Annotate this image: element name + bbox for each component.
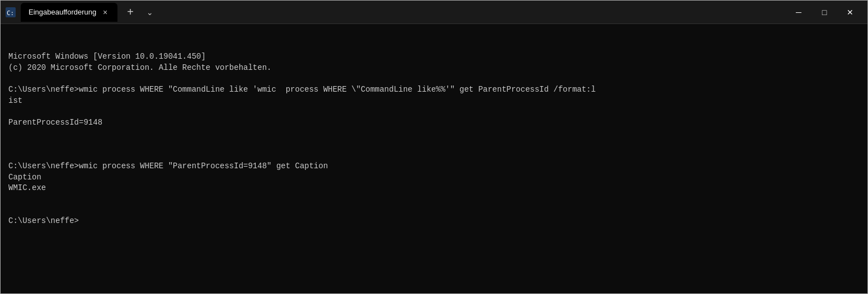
cmd-icon: C: xyxy=(5,7,16,18)
title-bar-left: C: Eingabeaufforderung × + ⌄ xyxy=(5,3,786,22)
terminal-line: C:\Users\neffe> xyxy=(8,216,860,227)
new-tab-button[interactable]: + xyxy=(122,4,139,21)
terminal-output[interactable]: Microsoft Windows [Version 10.0.19041.45… xyxy=(1,24,867,293)
tab-dropdown-button[interactable]: ⌄ xyxy=(143,6,157,19)
terminal-line: Microsoft Windows [Version 10.0.19041.45… xyxy=(8,51,860,63)
close-button[interactable]: ✕ xyxy=(837,1,863,24)
maximize-button[interactable]: □ xyxy=(812,1,837,24)
cmd-window: C: Eingabeaufforderung × + ⌄ ─ □ ✕ Micro… xyxy=(0,0,868,294)
minimize-button[interactable]: ─ xyxy=(786,1,812,24)
terminal-line: ParentProcessId=9148 xyxy=(8,117,860,129)
tab-label: Eingabeaufforderung xyxy=(29,8,96,16)
terminal-line: (c) 2020 Microsoft Corporation. Alle Rec… xyxy=(8,63,860,74)
window-controls: ─ □ ✕ xyxy=(786,1,863,24)
terminal-line: WMIC.exe xyxy=(8,183,860,194)
svg-text:C:: C: xyxy=(7,10,14,17)
terminal-line: ist xyxy=(8,96,860,107)
title-bar: C: Eingabeaufforderung × + ⌄ ─ □ ✕ xyxy=(1,1,867,24)
tab-close-button[interactable]: × xyxy=(101,8,110,17)
active-tab[interactable]: Eingabeaufforderung × xyxy=(21,3,117,22)
terminal-line: Caption xyxy=(8,172,860,183)
terminal-line: C:\Users\neffe>wmic process WHERE "Paren… xyxy=(8,161,860,172)
terminal-line: C:\Users\neffe>wmic process WHERE "Comma… xyxy=(8,84,860,96)
